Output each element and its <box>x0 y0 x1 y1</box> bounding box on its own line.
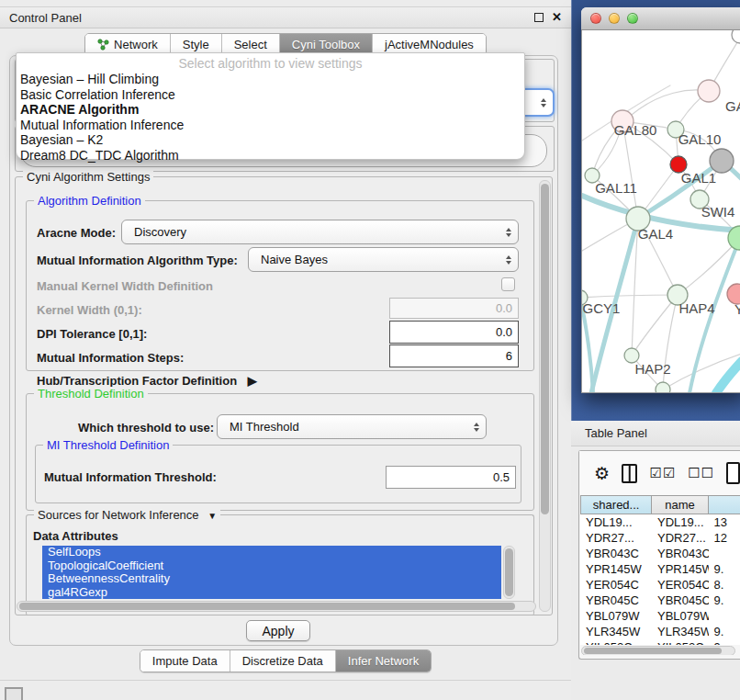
network-node-gal[interactable] <box>698 80 720 102</box>
table-cell: YIL052C <box>580 640 652 645</box>
dpi-tolerance-field[interactable]: 0.0 <box>389 321 519 344</box>
zoom-traffic-light[interactable] <box>627 13 638 24</box>
control-panel-titlebar: Control Panel ✕ <box>0 6 571 28</box>
attributes-list-scrollbar[interactable] <box>503 546 515 599</box>
table-cell: YDL19... <box>580 515 652 529</box>
table-column-header[interactable]: name <box>652 495 709 514</box>
network-node-label: Y <box>734 301 740 317</box>
table-cell: YLR345W <box>580 625 652 638</box>
network-graph[interactable]: GALGAL80GAL10GAL1GAL11SWI4GAL4GCY1HAP4YH… <box>582 30 740 393</box>
data-attribute-item[interactable]: BetweennessCentrality <box>42 572 501 586</box>
table-toolbar: ⚙ ☑☑ ☐☐ <box>579 451 740 495</box>
aracne-mode-combobox[interactable]: Discovery <box>121 220 519 244</box>
table-cell: 9 <box>709 640 740 645</box>
control-panel-title: Control Panel <box>9 11 82 25</box>
collapse-arrow-icon[interactable]: ▶ <box>248 374 257 388</box>
algorithm-option[interactable]: Dream8 DC_TDC Algorithm <box>17 148 524 164</box>
apply-button[interactable]: Apply <box>246 620 310 641</box>
which-threshold-label: Which threshold to use: <box>78 421 214 435</box>
expand-arrow-icon[interactable]: ▼ <box>207 511 217 521</box>
table-cell: YBL079W <box>580 609 652 623</box>
tab-discretize-data[interactable]: Discretize Data <box>230 650 335 672</box>
algorithm-option[interactable]: ARACNE Algorithm <box>17 102 524 118</box>
table-row[interactable]: YDL19...YDL19...13 <box>580 514 740 530</box>
network-node-label: GCY1 <box>583 300 621 316</box>
data-attribute-item[interactable]: TopologicalCoefficient <box>42 559 501 573</box>
kernel-width-label: Kernel Width (0,1): <box>37 303 142 317</box>
data-attributes-list[interactable]: SelfLoopsTopologicalCoefficientBetweenne… <box>42 546 501 599</box>
which-threshold-value: MI Threshold <box>230 420 299 434</box>
table-row[interactable]: YDR27...YDR27...12 <box>580 530 740 546</box>
manual-kernel-label: Manual Kernel Width Definition <box>37 279 213 293</box>
network-node[interactable] <box>656 382 670 393</box>
network-node-label: HAP2 <box>634 361 670 377</box>
dpi-tolerance-label: DPI Tolerance [0,1]: <box>37 327 147 341</box>
data-attribute-item[interactable]: SelfLoops <box>42 546 501 559</box>
which-threshold-combobox[interactable]: MI Threshold <box>217 414 487 439</box>
manual-kernel-checkbox[interactable] <box>501 277 515 291</box>
table-panel-region: Table Panel ⚙ ☑☑ ☐☐ shared...name YDL19.… <box>571 421 740 700</box>
algorithm-option[interactable]: Mutual Information Inference <box>17 118 524 133</box>
table-panel-title: Table Panel <box>585 426 647 440</box>
minimize-traffic-light[interactable] <box>609 13 620 24</box>
table-row[interactable]: YER054CYER054C8. <box>580 577 740 593</box>
bottom-divider <box>0 680 571 681</box>
table-column-header[interactable] <box>709 495 740 514</box>
mi-threshold-field[interactable]: 0.5 <box>386 466 516 489</box>
table-cell: 8. <box>709 578 740 592</box>
gear-icon[interactable]: ⚙ <box>594 465 610 482</box>
data-attributes-label: Data Attributes <box>33 529 118 543</box>
table-cell: 9. <box>709 625 740 638</box>
network-edge[interactable] <box>716 361 740 393</box>
table-row[interactable]: YPR145WYPR145W9. <box>580 561 740 577</box>
data-attribute-item[interactable]: gal4RGexp <box>42 586 501 600</box>
settings-vertical-scrollbar[interactable] <box>539 180 551 612</box>
table-row[interactable]: YBR043CYBR043C <box>580 546 740 561</box>
sources-title[interactable]: Sources for Network Inference ▼ <box>34 508 220 522</box>
settings-horizontal-scrollbar[interactable] <box>17 601 536 612</box>
hub-definition-label[interactable]: Hub/Transcription Factor Definition ▶ <box>37 374 257 388</box>
float-window-icon[interactable] <box>534 13 544 22</box>
table-row[interactable]: YBL079WYBL079W <box>580 608 740 624</box>
desktop-background: GALGAL80GAL10GAL1GAL11SWI4GAL4GCY1HAP4YH… <box>571 0 740 421</box>
tab-infer-network[interactable]: Infer Network <box>335 650 431 672</box>
mi-steps-field[interactable]: 6 <box>389 344 519 367</box>
mi-steps-label: Mutual Information Steps: <box>37 351 184 365</box>
table-row[interactable]: YLR345WYLR345W9. <box>580 624 740 639</box>
table-cell: YDL19... <box>652 515 709 529</box>
network-edge[interactable] <box>582 295 678 298</box>
columns-icon[interactable] <box>622 464 637 483</box>
algorithm-dropdown-popup: Select algorithm to view settings Bayesi… <box>16 52 525 160</box>
settings-group-title: Cyni Algorithm Settings <box>23 170 153 184</box>
minimized-panel-icon[interactable] <box>5 687 23 700</box>
kernel-width-field[interactable]: 0.0 <box>389 298 519 319</box>
export-table-icon[interactable] <box>726 462 740 484</box>
table-cell: YPR145W <box>580 562 652 576</box>
table-cell: YER054C <box>580 578 652 592</box>
algorithm-option[interactable]: Bayesian – K2 <box>17 132 524 148</box>
table-horizontal-scrollbar[interactable] <box>581 646 735 655</box>
network-icon <box>97 39 109 51</box>
bottom-tab-bar: Impute DataDiscretize DataInfer Network <box>0 649 571 672</box>
algorithm-option[interactable]: Bayesian – Hill Climbing <box>17 72 524 87</box>
close-window-icon[interactable]: ✕ <box>552 13 562 22</box>
table-cell: YDR27... <box>580 531 652 545</box>
network-node[interactable] <box>732 30 740 43</box>
table-cell: YPR145W <box>652 562 709 576</box>
network-canvas[interactable]: GALGAL80GAL10GAL1GAL11SWI4GAL4GCY1HAP4YH… <box>581 30 740 393</box>
mi-threshold-value: 0.5 <box>493 470 510 484</box>
table-row[interactable]: YBR045CYBR045C9. <box>580 593 740 608</box>
mi-type-value: Naive Bayes <box>261 253 328 266</box>
table-column-header[interactable]: shared... <box>580 495 652 514</box>
deselect-all-checkboxes-icon[interactable]: ☐☐ <box>688 465 714 481</box>
table-row[interactable]: YIL052CYIL052C9 <box>580 639 740 645</box>
network-node-label: GAL11 <box>595 180 637 196</box>
table-cell: YLR345W <box>652 625 709 638</box>
table-panel-titlebar: Table Panel <box>571 421 740 446</box>
mi-type-combobox[interactable]: Naive Bayes <box>248 247 519 272</box>
close-traffic-light[interactable] <box>590 13 601 24</box>
algorithm-option[interactable]: Basic Correlation Inference <box>17 87 524 103</box>
tab-impute-data[interactable]: Impute Data <box>140 650 230 672</box>
network-window-titlebar[interactable] <box>581 7 740 30</box>
select-all-checkboxes-icon[interactable]: ☑☑ <box>649 465 676 481</box>
